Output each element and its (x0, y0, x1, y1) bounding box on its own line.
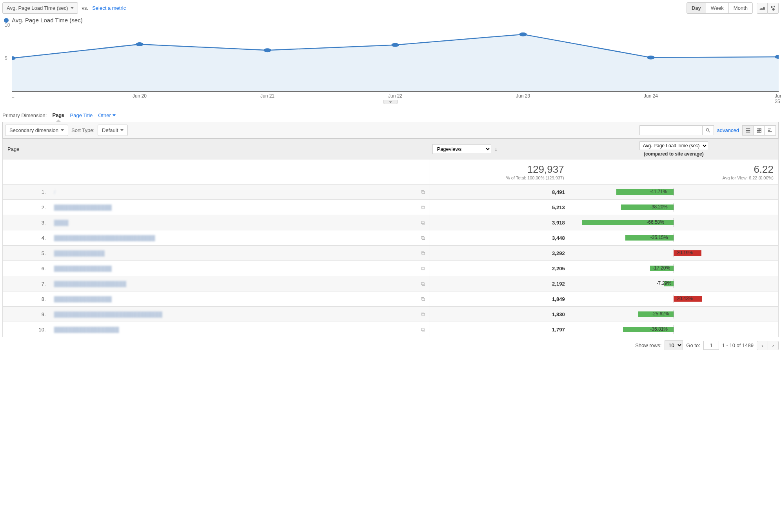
show-rows-select[interactable]: 10 (665, 340, 683, 350)
open-external-icon[interactable]: ⧉ (421, 219, 425, 226)
row-index: 8. (3, 291, 50, 307)
svg-point-6 (391, 43, 399, 47)
motion-chart-icon[interactable] (768, 3, 779, 14)
row-page-path[interactable]: ████████████████ (54, 296, 112, 302)
caret-down-icon (389, 101, 392, 103)
summary-compare: 6.22 (574, 163, 774, 176)
pager-buttons: ‹ › (757, 341, 779, 350)
compare-value: -41.71% (650, 189, 667, 194)
row-page-path[interactable]: ██████████████████████████████ (54, 311, 162, 317)
summary-row: 129,937 % of Total: 100.00% (129,937) 6.… (3, 159, 779, 185)
open-external-icon[interactable]: ⧉ (421, 326, 425, 333)
x-tick: Jun 21 (260, 93, 274, 99)
summary-page-cell (3, 159, 429, 185)
row-page-path[interactable]: ████████████████ (54, 204, 112, 210)
row-page-path[interactable]: ████████████████ (54, 266, 112, 271)
table-row[interactable]: 8.████████████████⧉1,84920.43% (3, 291, 779, 307)
table-row[interactable]: 1./⧉8,491-41.71% (3, 185, 779, 200)
open-external-icon[interactable]: ⧉ (421, 204, 425, 211)
open-external-icon[interactable]: ⧉ (421, 189, 425, 195)
col-header-pageviews[interactable]: Pageviews ↓ (429, 139, 569, 159)
row-page-path[interactable]: ██████████████ (54, 250, 105, 256)
center-line (674, 233, 674, 242)
x-tick: Jun 20 (133, 93, 147, 99)
table-row[interactable]: 9.██████████████████████████████⧉1,830-2… (3, 307, 779, 322)
goto-input[interactable] (703, 341, 719, 350)
pagination: Show rows: 10 Go to: 1 - 10 of 1489 ‹ › (2, 340, 779, 350)
compare-value: -36.81% (650, 326, 668, 332)
open-external-icon[interactable]: ⧉ (421, 250, 425, 257)
prev-page-button[interactable]: ‹ (757, 341, 768, 350)
pageviews-metric-select[interactable]: Pageviews (432, 144, 491, 154)
svg-rect-11 (768, 130, 770, 130)
sort-type-label: Sort Type: (71, 127, 94, 133)
col-header-page[interactable]: Page (3, 139, 429, 159)
row-compare: -66.58% (569, 215, 778, 230)
caret-down-icon (120, 129, 124, 131)
open-external-icon[interactable]: ⧉ (421, 235, 425, 241)
select-metric-link[interactable]: Select a metric (92, 5, 126, 11)
caret-down-icon (113, 114, 116, 116)
row-page-path[interactable]: ████ (54, 220, 69, 226)
row-page-path[interactable]: ████████████████████ (54, 281, 126, 287)
sort-type-dropdown[interactable]: Default (98, 125, 128, 136)
secondary-dimension-dropdown[interactable]: Secondary dimension (5, 125, 68, 136)
caret-down-icon (61, 129, 64, 131)
line-chart-icon[interactable] (757, 3, 768, 14)
row-index: 2. (3, 200, 50, 215)
dim-tab-page-title[interactable]: Page Title (70, 112, 93, 118)
open-external-icon[interactable]: ⧉ (421, 280, 425, 287)
svg-point-1 (774, 5, 775, 7)
open-external-icon[interactable]: ⧉ (421, 311, 425, 318)
row-page-path[interactable]: ████████████████████████████ (54, 235, 155, 241)
open-external-icon[interactable]: ⧉ (421, 265, 425, 272)
granularity-month[interactable]: Month (729, 3, 752, 13)
granularity-week[interactable]: Week (706, 3, 729, 13)
granularity-day[interactable]: Day (687, 3, 706, 13)
compare-value: -66.58% (647, 219, 664, 225)
col-header-compare[interactable]: Avg. Page Load Time (sec) (compared to s… (569, 139, 778, 159)
primary-dimension-row: Primary Dimension: Page Page Title Other (2, 112, 779, 119)
dim-tab-other[interactable]: Other (98, 112, 116, 118)
table-view-performance-icon[interactable] (765, 126, 776, 135)
center-line (674, 325, 674, 334)
advanced-filter-link[interactable]: advanced (717, 127, 739, 133)
row-index: 6. (3, 261, 50, 276)
open-external-icon[interactable]: ⧉ (421, 296, 425, 302)
chart-drawer-handle[interactable] (383, 100, 398, 104)
table-row[interactable]: 10.██████████████████⧉1,797-36.81% (3, 322, 779, 337)
center-line (674, 203, 674, 212)
svg-rect-12 (768, 131, 772, 132)
vs-label: vs. (82, 5, 89, 11)
chart-type-toggle (757, 3, 779, 14)
table-row[interactable]: 6.████████████████⧉2,205-17.20% (3, 261, 779, 276)
table-row[interactable]: 5.██████████████⧉3,29220.19% (3, 246, 779, 261)
primary-metric-dropdown[interactable]: Avg. Page Load Time (sec) (2, 2, 78, 14)
sort-desc-icon[interactable]: ↓ (494, 146, 497, 152)
caret-down-icon (71, 7, 74, 9)
chart-svg (12, 25, 779, 91)
table-row[interactable]: 7.████████████████████⧉2,192-7.29% (3, 276, 779, 291)
search-button[interactable] (702, 125, 714, 135)
line-chart: 10 5 (12, 25, 779, 92)
dim-tab-page[interactable]: Page (52, 112, 64, 119)
sort-type-value: Default (102, 127, 118, 133)
search-input[interactable] (639, 125, 702, 135)
svg-point-7 (519, 33, 527, 36)
chart-legend: Avg. Page Load Time (sec) (4, 17, 779, 24)
x-tick: Jun 23 (516, 93, 530, 99)
table-row[interactable]: 3.████⧉3,918-66.58% (3, 215, 779, 230)
compare-value: 20.19% (676, 250, 693, 255)
table-view-data-icon[interactable] (743, 126, 754, 135)
row-page-path[interactable]: ██████████████████ (54, 327, 119, 333)
compare-value: -25.62% (652, 311, 669, 317)
table-row[interactable]: 4.████████████████████████████⧉3,448-35.… (3, 230, 779, 246)
next-page-button[interactable]: › (768, 341, 779, 350)
chart-toolbar-right: Day Week Month (687, 2, 779, 14)
table-row[interactable]: 2.████████████████⧉5,213-38.20% (3, 200, 779, 215)
data-table: Page Pageviews ↓ Avg. Page Load Time (se… (2, 139, 779, 337)
svg-rect-10 (768, 128, 771, 129)
compare-metric-select[interactable]: Avg. Page Load Time (sec) (639, 141, 708, 150)
row-page-path[interactable]: / (54, 189, 56, 195)
table-view-percentage-icon[interactable] (754, 126, 765, 135)
